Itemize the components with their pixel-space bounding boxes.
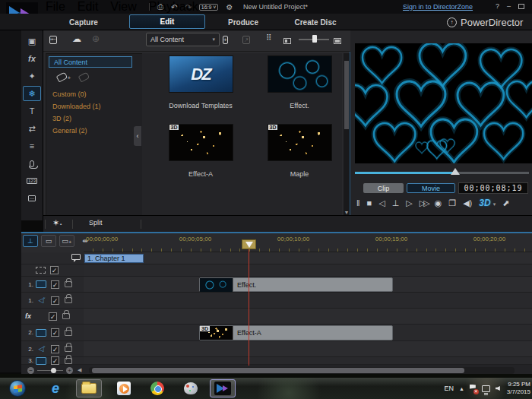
sidebar-item-title-room[interactable]: T [23,103,41,119]
taskbar-powerdirector[interactable] [210,379,236,397]
taskbar-start-button[interactable] [5,379,30,397]
track-lane-subtitle[interactable] [84,264,532,277]
aspect-ratio-dropdown[interactable]: 16:9 ˅ [199,4,219,11]
undock-icon[interactable]: ⬈ [502,198,509,208]
redo-icon[interactable]: ↷ [185,3,191,11]
content-filter-dropdown[interactable]: All Content ▾ [146,33,220,46]
clip-mode-button[interactable]: Clip [363,183,404,193]
taskbar-windows-explorer[interactable] [76,379,102,397]
thumbnail-particles[interactable]: 3D [268,124,332,161]
thumbnail-particles[interactable]: 3D [169,124,233,161]
thumbnail-dz[interactable]: DZ [169,55,233,93]
add-track-icon[interactable]: ▭₊ [59,235,74,247]
track-lock-icon[interactable] [65,358,72,364]
stop-icon[interactable]: ■ [367,198,372,207]
timeline-ruler-icon[interactable]: ⊥ [23,235,38,247]
track-lane-video[interactable] [84,357,532,365]
sidebar-item-transition-room[interactable]: ⇄ [23,121,41,136]
snapshot-icon[interactable]: ◉ [435,198,442,208]
category-item[interactable]: 3D (2) [52,115,101,122]
sidebar-item-voiceover-room[interactable] [23,156,41,171]
clock[interactable]: 9:25 PM 3/7/2015 [507,381,530,397]
import-media-icon[interactable]: ⭰ [49,33,57,44]
volume-icon[interactable]: ◀) [463,198,472,208]
zoom-slider-handle[interactable] [51,368,56,373]
collapse-panel-button[interactable]: ‹ [134,126,141,146]
thumbnail-zoom-handle[interactable] [312,35,317,43]
sidebar-item-subtitle-room[interactable]: --- [23,191,41,206]
track-lane-audio[interactable] [84,341,532,357]
preview-video[interactable] [355,43,532,163]
zoom-out-icon[interactable]: − [27,367,34,374]
tab-edit[interactable]: Edit [129,14,205,29]
timeline-clip[interactable]: 3DEffect-A [199,325,393,340]
add-tag-icon[interactable] [56,71,68,82]
menu-view[interactable]: View [110,0,136,14]
category-item[interactable]: Downloaded (1) [52,103,101,110]
track-lock-icon[interactable] [65,281,72,287]
export-icon[interactable]: ⭷ [242,33,250,44]
grid-view-icon[interactable]: ⠿ [266,33,271,42]
movie-mode-button[interactable]: Movie [407,183,455,193]
taskbar-media-player[interactable] [111,379,137,397]
sidebar-item-pip-objects-room[interactable]: ✦ [23,68,41,84]
delete-tag-icon[interactable] [78,71,90,82]
tab-produce[interactable]: Produce [209,14,277,30]
track-enable-checkbox[interactable]: ✓ [51,345,59,353]
filter-all-content[interactable]: All Content [49,56,132,68]
track-enable-checkbox[interactable]: ✓ [50,266,59,274]
settings-icon[interactable]: ⚙ [226,3,233,11]
library-item[interactable]: DZDownload Templates [159,55,242,109]
sidebar-item-effect-room[interactable]: fx [23,51,41,66]
sidebar-item-chapter-room[interactable]: 123 [23,173,41,188]
signin-directorzone-link[interactable]: Sign in to DirectorZone [403,3,473,11]
action-center-icon[interactable] [470,385,477,393]
undo-icon[interactable]: ↶ [171,3,177,11]
library-item[interactable]: 3DMaple [258,124,341,178]
menu-edit[interactable]: Edit [78,0,99,14]
track-lock-icon[interactable] [65,346,72,352]
scroll-left-icon[interactable]: ◀ [78,367,81,373]
network-icon[interactable] [482,385,490,392]
play-icon[interactable]: ▷ [406,198,412,208]
tray-expand-icon[interactable]: ▲ [459,386,464,391]
split-button[interactable]: Split [89,219,103,226]
language-indicator[interactable]: EN [444,385,454,392]
chapter-marker[interactable]: 1. Chapter 1 [84,254,144,263]
track-lock-icon[interactable] [65,330,72,336]
maximize-button[interactable] [518,4,524,9]
new-folder-icon[interactable]: + [223,33,228,44]
directorzone-icon[interactable]: ⊕ [92,33,100,44]
hscroll-thumb[interactable] [92,368,464,373]
timeline-ruler[interactable]: 00;00;00;0000;00;05;0000;00;10;0000;00;1… [84,233,532,252]
thumbnail-hearts[interactable] [268,55,332,93]
taskbar-chrome[interactable] [144,379,170,397]
track-lock-icon[interactable] [62,313,70,319]
small-thumbnails-icon[interactable] [283,36,291,46]
library-scroll-down-icon[interactable]: ▼ [344,210,350,215]
playhead-handle[interactable] [242,239,256,249]
seek-handle[interactable] [451,168,460,175]
large-thumbnails-icon[interactable] [334,36,341,46]
seek-marker-icon[interactable]: ⊥ [392,198,400,208]
fix-enhance-icon[interactable]: ✶˖ [52,218,62,228]
track-enable-checkbox[interactable]: ✓ [49,312,57,321]
track-enable-checkbox[interactable]: ✓ [51,356,59,365]
category-item[interactable]: General (2) [52,127,101,135]
fast-forward-icon[interactable]: ▷▷ [420,198,428,208]
tab-capture[interactable]: Capture [46,14,122,30]
cloud-icon[interactable]: ☁ [72,33,81,44]
pause-icon[interactable]: ‖ [356,198,360,207]
tab-create-disc[interactable]: Create Disc [281,14,350,30]
sidebar-item-media-room[interactable]: ▣ [23,33,41,49]
track-manager-icon[interactable]: ▭ [41,235,56,247]
timecode-display[interactable]: 00;00;08;19 [458,182,528,194]
menu-file[interactable]: File [46,0,65,14]
track-enable-checkbox[interactable]: ✓ [51,296,59,305]
track-lane-chapter[interactable]: 1. Chapter 1 [84,252,532,264]
library-item[interactable]: Effect. [258,55,341,109]
3d-mode-button[interactable]: 3D ▾ [479,198,496,208]
dual-preview-icon[interactable]: ❐ [448,198,456,208]
timeline-clip[interactable]: Effect. [199,277,393,292]
minimize-button[interactable]: – [507,2,511,10]
